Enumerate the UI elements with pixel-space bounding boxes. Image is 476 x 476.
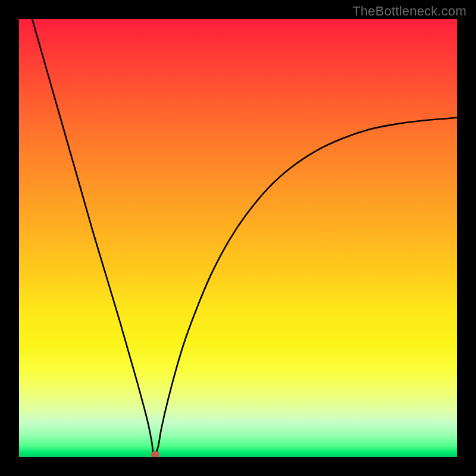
bottleneck-curve <box>32 19 457 454</box>
attribution-text: TheBottleneck.com <box>352 4 466 19</box>
chart-frame: TheBottleneck.com <box>0 0 476 476</box>
plot-area <box>19 19 457 457</box>
curve-layer <box>19 19 457 457</box>
